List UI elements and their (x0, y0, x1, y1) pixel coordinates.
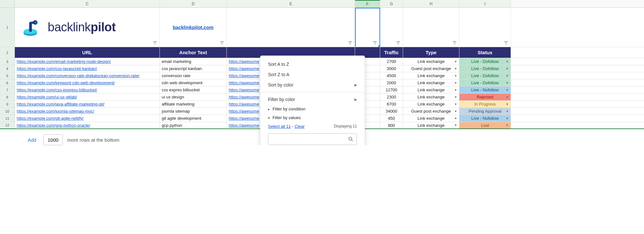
row-header[interactable]: 6 (0, 79, 15, 86)
target-link[interactable]: https://awesome (229, 80, 259, 85)
url-cell[interactable]: https://example.com/java-affiliate-marke… (15, 101, 160, 107)
anchor-cell[interactable]: gcp python (160, 122, 227, 128)
url-link[interactable]: https://example.com/gcp-python-oracle/ (17, 123, 90, 128)
type-cell[interactable]: Link exchange▼ (403, 94, 459, 100)
status-cell[interactable]: Lost▼ (459, 122, 511, 128)
anchor-cell[interactable]: git agile development (160, 115, 227, 122)
url-link[interactable]: https://example.com/css-express-bitbucke… (17, 87, 97, 92)
type-cell[interactable]: Link exchange▼ (403, 115, 459, 122)
dropdown-icon[interactable]: ▼ (506, 74, 509, 77)
col-header-c[interactable]: C (15, 0, 160, 7)
type-cell[interactable]: Link exchange▼ (403, 72, 459, 79)
row-header[interactable]: 9 (0, 101, 15, 107)
dropdown-icon[interactable]: ▼ (454, 60, 457, 63)
cell-e1[interactable] (227, 8, 355, 47)
target-link[interactable]: https://awesome (229, 123, 259, 128)
target-link[interactable]: https://awesome (229, 59, 259, 64)
domain-link[interactable]: backlinkpilot.com (173, 25, 214, 30)
target-link[interactable]: https://awesome (229, 109, 259, 114)
url-link[interactable]: https://example.com/ui-ux-gitlab/ (17, 95, 77, 99)
url-cell[interactable]: https://example.com/keyword-cdn-web-deve… (15, 79, 160, 86)
status-cell[interactable]: Live - Dofollow▼ (459, 58, 511, 65)
traffic-cell[interactable]: 800 (380, 122, 403, 128)
traffic-cell[interactable]: 2000 (380, 79, 403, 86)
type-cell[interactable]: Link exchange▼ (403, 58, 459, 65)
dropdown-icon[interactable]: ▼ (506, 81, 509, 85)
row-header[interactable]: 12 (0, 122, 15, 128)
target-link[interactable]: https://awesome (229, 116, 259, 121)
row-header[interactable]: 5 (0, 72, 15, 79)
traffic-cell[interactable]: 2700 (380, 58, 403, 65)
status-cell[interactable]: Live - Dofollow▼ (459, 72, 511, 79)
row-header[interactable]: 11 (0, 115, 15, 122)
url-link[interactable]: https://example.com/email-marketing-node… (17, 59, 111, 64)
filter-by-color[interactable]: Filter by color▶ (260, 94, 365, 105)
type-cell[interactable]: Link exchange▼ (403, 122, 459, 128)
row-header-1[interactable]: 1 (0, 8, 15, 47)
type-cell[interactable]: Guest post exchange▼ (403, 108, 459, 115)
traffic-cell[interactable]: 450 (380, 115, 403, 122)
row-header[interactable]: 3 (0, 58, 15, 65)
domain-cell[interactable]: backlinkpilot.com (160, 8, 227, 47)
dropdown-icon[interactable]: ▼ (454, 103, 457, 106)
traffic-cell[interactable]: 6700 (380, 101, 403, 107)
dropdown-icon[interactable]: ▼ (454, 124, 457, 127)
cell-g1[interactable] (380, 8, 403, 47)
type-cell[interactable]: Link exchange▼ (403, 86, 459, 93)
filter-icon[interactable] (348, 40, 353, 46)
target-link[interactable]: https://awesome (229, 66, 259, 71)
dropdown-icon[interactable]: ▼ (454, 117, 457, 120)
url-link[interactable]: https://example.com/java-affiliate-marke… (17, 102, 104, 107)
filter-icon[interactable] (152, 40, 158, 46)
dropdown-icon[interactable]: ▼ (454, 110, 457, 113)
row-header[interactable]: 4 (0, 65, 15, 72)
anchor-cell[interactable]: css javascript kanban (160, 65, 227, 72)
traffic-cell[interactable]: 3000 (380, 65, 403, 72)
url-cell[interactable]: https://example.com/css-express-bitbucke… (15, 86, 160, 93)
add-button[interactable]: Add (25, 135, 39, 145)
target-link[interactable]: https://awesome (229, 95, 259, 99)
cell-i1[interactable] (459, 8, 511, 47)
url-cell[interactable]: https://example.com/ui-ux-gitlab/ (15, 94, 160, 100)
cell-f1-selected[interactable] (355, 8, 380, 47)
col-header-f[interactable]: F (355, 0, 380, 7)
dropdown-icon[interactable]: ▼ (506, 124, 509, 127)
col-header-h[interactable]: H (403, 0, 459, 7)
dropdown-icon[interactable]: ▼ (506, 96, 509, 99)
url-link[interactable]: https://example.com/keyword-cdn-web-deve… (17, 80, 115, 85)
target-link[interactable]: https://awesome (229, 73, 259, 78)
row-header-2[interactable]: 2 (0, 47, 15, 58)
url-link[interactable]: https://example.com/git-agile-netlify/ (17, 116, 83, 121)
col-header-i[interactable]: I (459, 0, 511, 7)
filter-icon[interactable] (396, 40, 401, 46)
dropdown-icon[interactable]: ▼ (454, 96, 457, 99)
filter-search-input[interactable] (268, 133, 357, 145)
traffic-cell[interactable]: 12700 (380, 86, 403, 93)
sort-by-color[interactable]: Sort by color▶ (260, 80, 365, 90)
status-cell[interactable]: Rejected▼ (459, 94, 511, 100)
anchor-cell[interactable]: email marketing (160, 58, 227, 65)
anchor-cell[interactable]: affiliate marketing (160, 101, 227, 107)
dropdown-icon[interactable]: ▼ (506, 67, 509, 70)
dropdown-icon[interactable]: ▼ (506, 60, 509, 63)
filter-icon[interactable] (372, 40, 378, 46)
target-link[interactable]: https://awesome (229, 102, 259, 107)
dropdown-icon[interactable]: ▼ (506, 117, 509, 120)
traffic-cell[interactable]: 2300 (380, 94, 403, 100)
select-all-corner[interactable] (0, 0, 15, 7)
url-link[interactable]: https://example.com/css-javascript-kanba… (17, 66, 97, 71)
dropdown-icon[interactable]: ▼ (506, 110, 509, 113)
type-cell[interactable]: Link exchange▼ (403, 101, 459, 107)
filter-icon[interactable] (452, 40, 457, 46)
url-cell[interactable]: https://example.com/gcp-python-oracle/ (15, 122, 160, 128)
traffic-cell[interactable]: 4500 (380, 72, 403, 79)
anchor-cell[interactable]: conversion rate (160, 72, 227, 79)
anchor-cell[interactable]: cdn web development (160, 79, 227, 86)
anchor-cell[interactable]: joomla sitemap (160, 108, 227, 115)
row-header[interactable]: 10 (0, 108, 15, 115)
select-all-link[interactable]: Select all 11 (268, 124, 291, 129)
anchor-cell[interactable]: css expres bitbucket (160, 86, 227, 93)
filter-by-condition[interactable]: Filter by condition (260, 105, 365, 113)
url-cell[interactable]: https://example.com/conversion-rate-digi… (15, 72, 160, 79)
dropdown-icon[interactable]: ▼ (454, 81, 457, 85)
